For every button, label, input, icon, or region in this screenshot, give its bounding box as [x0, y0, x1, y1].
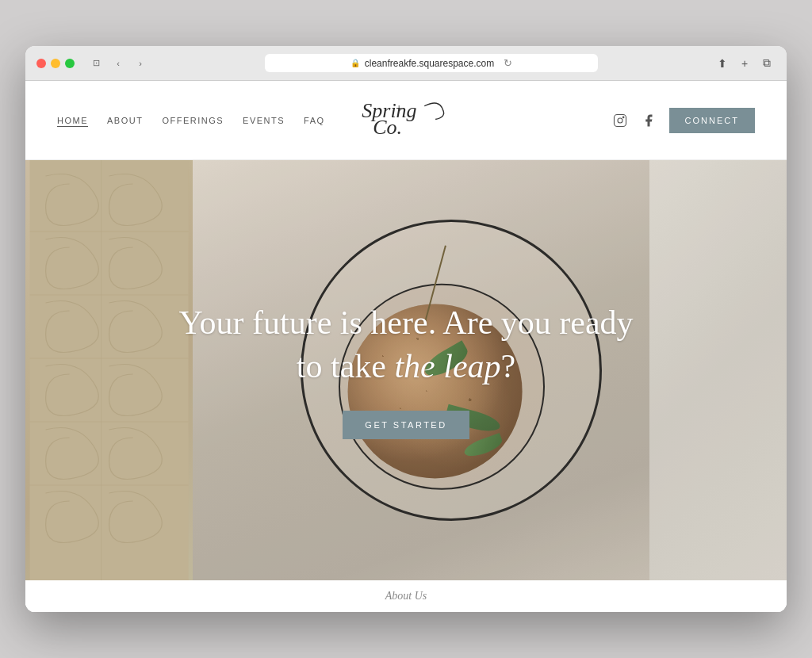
connect-button[interactable]: CONNECT: [669, 108, 755, 133]
lock-icon: 🔒: [350, 59, 360, 67]
close-button[interactable]: [36, 59, 46, 68]
nav-link-about[interactable]: ABOUT: [107, 116, 143, 125]
reload-icon[interactable]: ↻: [504, 57, 512, 69]
maximize-button[interactable]: [65, 59, 75, 68]
nav-link-events[interactable]: EVENTS: [243, 116, 285, 125]
sidebar-toggle-icon[interactable]: ⊡: [87, 55, 105, 72]
nav-links-left: HOME ABOUT OFFERINGS EVENTS FAQ: [57, 116, 325, 125]
back-icon[interactable]: ‹: [109, 55, 127, 72]
hero-headline-line1: Your future is here. Are you ready: [178, 304, 633, 341]
browser-controls: ⊡ ‹ ›: [87, 55, 149, 72]
new-tab-icon[interactable]: +: [736, 55, 753, 72]
hero-section: Your future is here. Are you ready to ta…: [25, 160, 787, 580]
svg-rect-3: [614, 114, 626, 126]
browser-actions: ⬆ + ⧉: [714, 55, 776, 72]
url-text: cleanfreakfe.squarespace.com: [365, 58, 494, 69]
logo-svg: Spring + Co.: [354, 91, 458, 147]
svg-text:Co.: Co.: [373, 116, 402, 139]
browser-titlebar: ⊡ ‹ › 🔒 cleanfreakfe.squarespace.com ↻ ⬆…: [25, 46, 787, 81]
address-bar[interactable]: 🔒 cleanfreakfe.squarespace.com ↻: [265, 54, 598, 72]
svg-text:+: +: [395, 101, 403, 114]
website-content: HOME ABOUT OFFERINGS EVENTS FAQ Spring +…: [25, 81, 787, 612]
minimize-button[interactable]: [51, 59, 60, 68]
svg-point-4: [618, 118, 622, 123]
hero-headline-end: ?: [501, 348, 516, 384]
navigation: HOME ABOUT OFFERINGS EVENTS FAQ Spring +…: [25, 81, 787, 160]
traffic-lights: [36, 59, 75, 68]
about-teaser: About Us: [25, 580, 787, 612]
hero-headline: Your future is here. Are you ready to ta…: [178, 301, 633, 388]
nav-link-offerings[interactable]: OFFERINGS: [162, 116, 224, 125]
forward-icon[interactable]: ›: [132, 55, 149, 72]
nav-link-faq[interactable]: FAQ: [304, 116, 325, 125]
facebook-icon[interactable]: [641, 113, 657, 128]
instagram-icon[interactable]: [612, 113, 628, 128]
hero-headline-line2: to take: [297, 348, 395, 384]
hero-headline-italic: the leap: [394, 348, 500, 384]
browser-window: ⊡ ‹ › 🔒 cleanfreakfe.squarespace.com ↻ ⬆…: [25, 46, 787, 612]
site-logo[interactable]: Spring + Co.: [354, 91, 458, 150]
duplicate-tab-icon[interactable]: ⧉: [758, 55, 776, 72]
get-started-button[interactable]: GET STARTED: [343, 411, 469, 439]
svg-point-5: [622, 117, 624, 118]
nav-link-home[interactable]: HOME: [57, 116, 88, 125]
about-teaser-label: About Us: [385, 590, 427, 602]
share-icon[interactable]: ⬆: [714, 55, 731, 72]
hero-content: Your future is here. Are you ready to ta…: [25, 160, 787, 580]
nav-right: CONNECT: [612, 108, 755, 133]
